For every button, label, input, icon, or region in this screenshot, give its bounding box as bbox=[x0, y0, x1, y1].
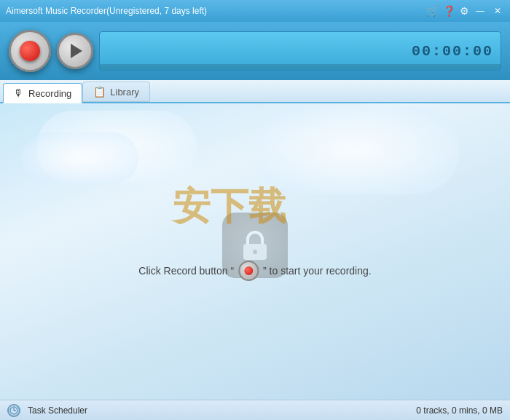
watermark-chinese-text: 安下载 bbox=[173, 181, 286, 232]
recording-tab-label: Recording bbox=[28, 88, 71, 99]
minimize-button[interactable]: — bbox=[474, 4, 487, 17]
instruction-text-prefix: Click Record button “ bbox=[138, 265, 234, 277]
tab-library[interactable]: 📋 Library bbox=[82, 82, 150, 102]
play-icon bbox=[71, 44, 82, 58]
status-stats: 0 tracks, 0 mins, 0 MB bbox=[416, 405, 503, 416]
clock-svg bbox=[9, 406, 18, 415]
clock-icon bbox=[7, 404, 20, 417]
tab-recording[interactable]: 🎙 Recording bbox=[3, 83, 82, 103]
instruction-text-suffix: ” to start your recording. bbox=[263, 265, 372, 277]
inline-record-icon bbox=[238, 261, 259, 281]
svg-point-1 bbox=[253, 250, 257, 254]
close-button[interactable]: ✕ bbox=[491, 4, 504, 17]
status-bar: Task Scheduler 0 tracks, 0 mins, 0 MB bbox=[0, 400, 510, 420]
record-button[interactable] bbox=[9, 30, 51, 72]
window-controls: 🛒 ❓ ⚙ — ✕ bbox=[426, 4, 504, 17]
cloud-2 bbox=[22, 132, 138, 183]
record-dot bbox=[20, 41, 40, 61]
task-scheduler-label[interactable]: Task Scheduler bbox=[28, 405, 87, 416]
app-title: Aimersoft Music Recorder(Unregistered, 7… bbox=[6, 6, 207, 16]
svg-rect-0 bbox=[243, 244, 267, 260]
library-tab-icon: 📋 bbox=[93, 86, 106, 98]
lock-icon bbox=[238, 228, 272, 263]
progress-area: 00:00:00 bbox=[99, 31, 501, 71]
instruction-container: Click Record button “ ” to start your re… bbox=[138, 261, 371, 281]
settings-icon[interactable]: ⚙ bbox=[460, 5, 469, 17]
toolbar: 00:00:00 bbox=[0, 22, 510, 80]
library-tab-label: Library bbox=[110, 87, 139, 98]
timer-display: 00:00:00 bbox=[412, 43, 493, 60]
cloud-1 bbox=[36, 111, 197, 183]
background-clouds bbox=[0, 103, 510, 400]
help-icon[interactable]: ❓ bbox=[443, 5, 455, 17]
progress-bar bbox=[100, 64, 501, 70]
main-content: 安下载 Click Record button “ ” to start you… bbox=[0, 103, 510, 400]
play-button[interactable] bbox=[57, 33, 93, 69]
title-bar: Aimersoft Music Recorder(Unregistered, 7… bbox=[0, 0, 510, 22]
inline-record-dot bbox=[244, 266, 253, 275]
recording-tab-icon: 🎙 bbox=[14, 87, 24, 99]
tab-bar: 🎙 Recording 📋 Library bbox=[0, 80, 510, 103]
cart-icon[interactable]: 🛒 bbox=[426, 5, 439, 17]
